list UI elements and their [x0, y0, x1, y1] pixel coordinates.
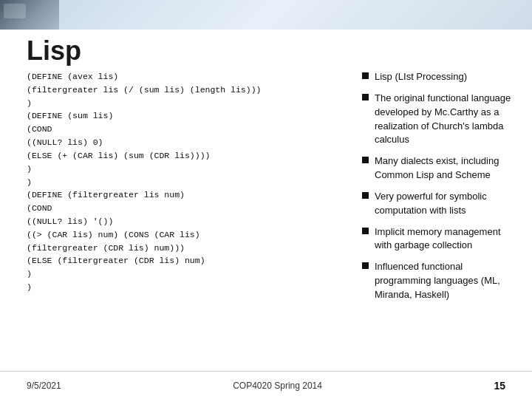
bullet-text: The original functional language develop… — [375, 92, 520, 147]
bullet-item: The original functional language develop… — [362, 92, 520, 147]
bullet-text: Very powerful for symbolic computation w… — [375, 190, 520, 218]
code-line: ((> (CAR lis) num) (CONS (CAR lis) — [27, 228, 328, 242]
code-line: ) — [27, 267, 328, 281]
code-line: (DEFINE (avex lis) — [27, 70, 328, 83]
footer-page-number: 15 — [494, 380, 505, 392]
code-line: (ELSE (filtergreater (CDR lis) num) — [27, 254, 328, 267]
bullet-text: Implicit memory management with garbage … — [375, 225, 520, 253]
bullet-item: Many dialects exist, including Common Li… — [362, 154, 520, 183]
bullet-text: Lisp (LIst Processing) — [375, 70, 520, 84]
bullet-item: Influenced functional programming langua… — [362, 260, 520, 302]
code-line: (DEFINE (filtergreater lis num) — [27, 188, 328, 202]
bullet-square-icon — [362, 157, 369, 163]
code-line: ((NULL? lis) '()) — [27, 215, 328, 228]
footer-date: 9/5/2021 — [27, 381, 61, 391]
header-bar — [0, 0, 532, 30]
bullet-item: Implicit memory management with garbage … — [362, 225, 520, 253]
code-line: (filtergreater (CDR lis) num))) — [27, 242, 328, 255]
bullet-square-icon — [362, 72, 369, 79]
code-line: ) — [27, 97, 328, 110]
bullet-square-icon — [362, 228, 369, 234]
footer: 9/5/2021 COP4020 Spring 2014 15 — [0, 371, 532, 399]
bullet-item: Lisp (LIst Processing) — [362, 70, 520, 84]
bullet-square-icon — [362, 94, 369, 100]
bullet-square-icon — [362, 192, 369, 199]
code-line: (ELSE (+ (CAR lis) (sum (CDR lis)))) — [27, 149, 328, 163]
code-line: (filtergreater lis (/ (sum lis) (length … — [27, 83, 328, 97]
bullet-text: Influenced functional programming langua… — [375, 260, 520, 302]
footer-course: COP4020 Spring 2014 — [233, 381, 322, 391]
bullets-panel: Lisp (LIst Processing)The original funct… — [355, 70, 532, 369]
header-graphic — [0, 0, 59, 30]
code-line: ) — [27, 163, 328, 176]
code-line: (COND — [27, 202, 328, 215]
code-panel: (DEFINE (avex lis) (filtergreater lis (/… — [0, 70, 355, 369]
code-line: (COND — [27, 123, 328, 136]
code-line: ((NULL? lis) 0) — [27, 136, 328, 149]
bullet-square-icon — [362, 262, 369, 269]
bullet-item: Very powerful for symbolic computation w… — [362, 190, 520, 218]
content-area: (DEFINE (avex lis) (filtergreater lis (/… — [0, 70, 532, 369]
code-line: (DEFINE (sum lis) — [27, 109, 328, 123]
code-line: ) — [27, 281, 328, 294]
bullet-text: Many dialects exist, including Common Li… — [375, 154, 520, 183]
page-title: Lisp — [27, 35, 81, 66]
code-line: ) — [27, 176, 328, 189]
